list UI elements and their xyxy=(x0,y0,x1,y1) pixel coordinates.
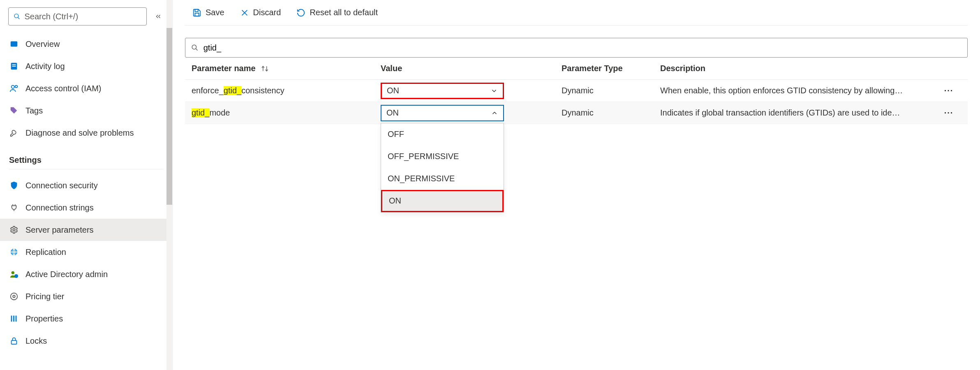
save-icon xyxy=(192,8,201,17)
nav-tags[interactable]: Tags xyxy=(0,99,172,122)
nav-label: Pricing tier xyxy=(25,292,64,301)
col-value[interactable]: Value xyxy=(381,64,562,73)
nav-label: Diagnose and solve problems xyxy=(25,128,134,138)
svg-rect-18 xyxy=(195,9,198,12)
nav-label: Locks xyxy=(25,336,47,346)
nav-overview[interactable]: Overview xyxy=(0,33,172,55)
param-name-post: mode xyxy=(209,108,230,117)
nav-properties[interactable]: Properties xyxy=(0,308,172,330)
nav-access-control[interactable]: Access control (IAM) xyxy=(0,77,172,99)
dropdown-option-on[interactable]: ON xyxy=(381,190,504,212)
nav-pricing-tier[interactable]: Pricing tier xyxy=(0,285,172,308)
chevron-up-icon xyxy=(491,109,498,117)
admin-icon xyxy=(9,269,19,279)
svg-point-7 xyxy=(15,86,18,88)
table-row: gtid_mode ON OFF OFF_PERMISSIVE ON_PERMI… xyxy=(185,102,968,124)
overview-icon xyxy=(9,39,19,49)
search-icon xyxy=(191,44,199,51)
dropdown-option-off-permissive[interactable]: OFF_PERMISSIVE xyxy=(381,146,504,168)
nav-label: Tags xyxy=(25,106,43,116)
sidebar-search-input[interactable] xyxy=(24,12,141,21)
value-select-enforce-gtid-consistency[interactable]: ON xyxy=(381,83,504,99)
nav-activity-log[interactable]: Activity log xyxy=(0,55,172,77)
col-label: Description xyxy=(660,64,705,73)
sidebar-collapse-button[interactable] xyxy=(153,11,164,22)
col-parameter-type[interactable]: Parameter Type xyxy=(562,64,660,73)
param-name-post: consistency xyxy=(241,86,284,95)
col-parameter-name[interactable]: Parameter name xyxy=(192,64,381,73)
row-more-button[interactable]: ··· xyxy=(936,86,961,95)
sidebar: Overview Activity log Access control (IA… xyxy=(0,0,173,370)
svg-rect-14 xyxy=(11,316,12,322)
section-settings-header: Settings xyxy=(0,144,172,169)
svg-point-11 xyxy=(14,274,18,278)
nav-connection-strings[interactable]: Connection strings xyxy=(0,197,172,219)
globe-icon xyxy=(9,247,19,257)
pricing-icon xyxy=(9,291,19,301)
type-cell: Dynamic xyxy=(562,108,660,118)
svg-point-22 xyxy=(192,45,196,49)
tags-icon xyxy=(9,106,19,116)
grid-header: Parameter name Value Parameter Type Desc… xyxy=(185,58,968,80)
svg-rect-4 xyxy=(12,64,16,65)
dropdown-option-off[interactable]: OFF xyxy=(381,123,504,146)
discard-button[interactable]: Discard xyxy=(234,0,287,25)
table-row: enforce_gtid_consistency ON Dynamic When… xyxy=(185,80,968,102)
reset-icon xyxy=(296,8,305,17)
shield-icon xyxy=(9,180,19,190)
save-label: Save xyxy=(206,8,224,17)
nav-top: Overview Activity log Access control (IA… xyxy=(0,30,172,144)
sidebar-scrollbar-thumb[interactable] xyxy=(166,28,172,205)
nav-label: Activity log xyxy=(25,62,65,71)
iam-icon xyxy=(9,83,19,93)
value-select-gtid-mode[interactable]: ON xyxy=(381,105,504,121)
description-cell: When enable, this option enforces GTID c… xyxy=(660,86,936,95)
reset-button[interactable]: Reset all to default xyxy=(291,0,384,25)
chevron-double-left-icon xyxy=(155,13,162,20)
parameter-filter-input[interactable] xyxy=(203,43,962,53)
col-description[interactable]: Description xyxy=(660,64,936,73)
svg-rect-19 xyxy=(195,13,199,16)
save-button[interactable]: Save xyxy=(187,0,230,25)
col-label: Value xyxy=(381,64,402,73)
nav-label: Active Directory admin xyxy=(25,270,108,279)
col-label: Parameter Type xyxy=(562,64,623,73)
chevron-down-icon xyxy=(490,87,498,95)
reset-label: Reset all to default xyxy=(310,8,378,17)
discard-icon xyxy=(240,8,249,17)
dropdown-option-on-permissive[interactable]: ON_PERMISSIVE xyxy=(381,168,504,190)
value-cell: ON OFF OFF_PERMISSIVE ON_PERMISSIVE ON xyxy=(381,105,562,121)
nav-replication[interactable]: Replication xyxy=(0,241,172,263)
parameter-filter[interactable] xyxy=(185,38,968,58)
parameter-name-cell: enforce_gtid_consistency xyxy=(192,86,381,95)
toolbar: Save Discard Reset all to default xyxy=(185,0,968,25)
nav-label: Server parameters xyxy=(25,225,94,235)
filter-row xyxy=(185,25,968,58)
plug-icon xyxy=(9,203,19,213)
svg-rect-2 xyxy=(11,42,18,47)
nav-locks[interactable]: Locks xyxy=(0,330,172,352)
type-cell: Dynamic xyxy=(562,86,660,95)
nav-settings: Connection security Connection strings S… xyxy=(0,172,172,352)
nav-label: Overview xyxy=(25,39,60,49)
param-name-highlight: gtid_ xyxy=(192,108,209,117)
main: Save Discard Reset all to default Parame… xyxy=(173,0,980,370)
svg-point-10 xyxy=(12,271,14,274)
svg-line-23 xyxy=(196,49,197,51)
nav-server-parameters[interactable]: Server parameters xyxy=(0,219,172,241)
svg-rect-16 xyxy=(16,316,17,322)
nav-connection-security[interactable]: Connection security xyxy=(0,174,172,197)
properties-icon xyxy=(9,314,19,324)
value-dropdown: OFF OFF_PERMISSIVE ON_PERMISSIVE ON xyxy=(381,123,504,213)
sidebar-search[interactable] xyxy=(8,7,147,25)
activity-icon xyxy=(9,61,19,71)
nav-diagnose[interactable]: Diagnose and solve problems xyxy=(0,122,172,144)
nav-label: Replication xyxy=(25,247,66,257)
param-name-highlight: gtid_ xyxy=(224,86,241,95)
nav-ad-admin[interactable]: Active Directory admin xyxy=(0,263,172,285)
nav-label: Connection security xyxy=(25,181,98,190)
row-more-button[interactable]: ··· xyxy=(936,108,961,118)
svg-rect-5 xyxy=(12,66,16,67)
parameter-name-cell: gtid_mode xyxy=(192,108,381,118)
discard-label: Discard xyxy=(253,8,281,17)
